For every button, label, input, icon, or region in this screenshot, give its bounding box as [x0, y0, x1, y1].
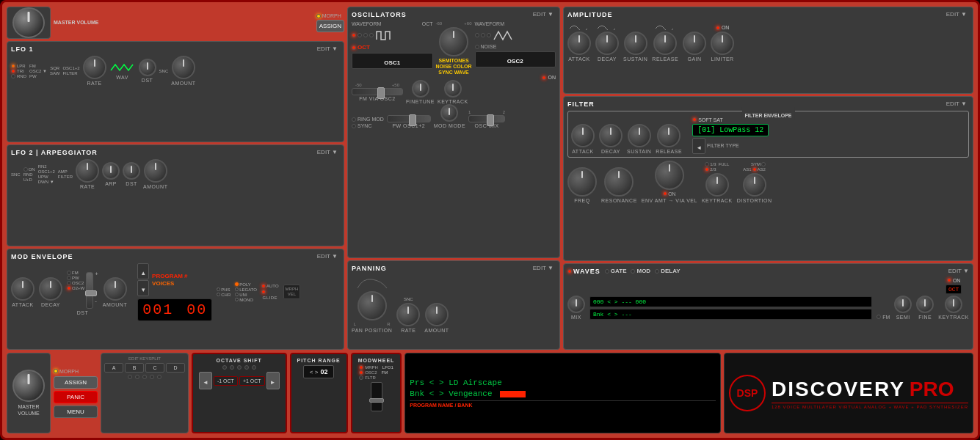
waves-semi-knob[interactable]: [894, 296, 912, 313]
lfo1-rnd-led: [11, 74, 15, 78]
lfo1-dst-knob[interactable]: [139, 59, 156, 76]
lfo1-rate-knob[interactable]: [83, 56, 106, 79]
lfo1-wav-label: WAV: [116, 75, 128, 80]
assign-button[interactable]: ASSIGN: [316, 20, 344, 32]
mod-env-amount-knob[interactable]: [104, 277, 127, 301]
filter-sustain-knob[interactable]: [628, 124, 651, 147]
morph-led: [316, 14, 321, 18]
filter-attack-knob[interactable]: [571, 124, 595, 147]
glide-led: [261, 290, 266, 294]
mw-osc2-led: [359, 370, 363, 375]
amp-edit[interactable]: EDIT ▼: [946, 11, 967, 18]
bank-bar: ██████: [500, 391, 526, 397]
filter-keytrack-knob[interactable]: [705, 173, 729, 197]
waves-fine-knob[interactable]: [916, 296, 934, 313]
pan-rate-label: RATE: [401, 328, 415, 333]
fm-osc2-fader[interactable]: [352, 88, 403, 95]
keysplit-d-btn[interactable]: D: [166, 363, 185, 373]
assign-bottom-btn[interactable]: ASSIGN: [54, 376, 98, 389]
osc1-wave-led4: [369, 33, 374, 37]
uni-radio[interactable]: [235, 293, 239, 296]
morph-bottom-led: [54, 369, 58, 373]
lfo2-dst-knob[interactable]: [123, 162, 140, 180]
keytrack-osc-knob[interactable]: [444, 80, 462, 98]
amp-gain-group: GAIN: [683, 32, 706, 62]
mod-env-decay-knob[interactable]: [39, 277, 62, 301]
waves-edit[interactable]: EDIT ▼: [948, 268, 969, 274]
waves-keytrack-knob[interactable]: [945, 296, 962, 313]
filter-resonance-knob[interactable]: [604, 167, 634, 197]
amp-gain-knob[interactable]: [683, 32, 706, 55]
lfo2-arp-knob[interactable]: [102, 162, 120, 180]
lfo2-amount-knob[interactable]: [144, 159, 167, 183]
filter-freq-label: FREQ: [574, 198, 589, 203]
pan-amount-knob[interactable]: [425, 303, 449, 326]
lfo1-edit[interactable]: EDIT ▼: [317, 45, 338, 52]
frac1-3: 1/3: [710, 162, 716, 166]
mw-osc2: OSC2: [365, 370, 377, 375]
phs-radio[interactable]: [217, 287, 220, 291]
amp-release-knob[interactable]: [653, 32, 677, 55]
legato-radio[interactable]: [235, 287, 239, 291]
lfo2-rate-knob[interactable]: [76, 159, 99, 183]
chr-radio[interactable]: [217, 293, 220, 296]
panic-btn[interactable]: PANIC: [54, 391, 98, 403]
amp-sustain-knob[interactable]: [624, 32, 647, 55]
lfo1-amount-knob[interactable]: [172, 56, 195, 79]
osc2-wave-led1: [475, 33, 479, 37]
semitones-knob[interactable]: [439, 27, 468, 56]
filter-freq-knob[interactable]: [567, 167, 597, 197]
minus1-oct-btn[interactable]: -1 OCT: [214, 376, 238, 386]
osc-edit[interactable]: EDIT ▼: [533, 11, 553, 18]
filter-type-left-btn[interactable]: ◄: [692, 138, 705, 154]
oct-left-btn[interactable]: ◄: [199, 372, 212, 389]
pan-rate-knob[interactable]: [396, 303, 420, 326]
amp-attack-knob[interactable]: [567, 32, 591, 55]
master-vol-bottom-knob[interactable]: [12, 370, 45, 402]
waves-mix-knob[interactable]: [567, 296, 585, 313]
filter-release-knob[interactable]: [657, 124, 680, 147]
finetune-knob[interactable]: [412, 80, 429, 98]
pitch-slider-display[interactable]: < > 02: [303, 365, 335, 378]
oct-led5: [252, 365, 256, 370]
menu-btn[interactable]: MENU: [54, 406, 98, 418]
amp-limiter-knob[interactable]: [711, 32, 734, 55]
filter-env-amt-knob[interactable]: [655, 161, 684, 190]
mod-env-slider[interactable]: [86, 272, 93, 309]
discovery-sub: 128 VOICE MULTILAYER VIRTUAL ANALOG + WA…: [772, 403, 968, 409]
mono-radio[interactable]: [235, 298, 239, 301]
filter-env-amt-label: ENV AMT → VIA VEL: [642, 198, 697, 203]
keysplit-b-btn[interactable]: B: [125, 363, 144, 373]
poly-radio[interactable]: [235, 282, 239, 286]
keysplit-c-btn[interactable]: C: [145, 363, 164, 373]
auto-mrph-section: AUTO GLIDE: [261, 284, 279, 300]
pan-position-knob[interactable]: [357, 291, 387, 320]
mod-env-edit[interactable]: EDIT ▼: [317, 253, 338, 260]
lfo2-edit[interactable]: EDIT ▼: [317, 149, 338, 155]
oct-right-btn[interactable]: ►: [266, 372, 280, 389]
amp-decay-knob[interactable]: [595, 32, 619, 55]
mod-env-attack-knob[interactable]: [11, 277, 35, 301]
filter-edit[interactable]: EDIT ▼: [946, 100, 967, 107]
lfo1-dst-label: DST: [142, 78, 153, 83]
osc-mix-fader[interactable]: [468, 115, 505, 122]
modwheel-slider[interactable]: [371, 382, 382, 411]
mod-osc2-led: [67, 281, 71, 285]
filter-release-label: RELEASE: [656, 149, 682, 154]
filter-type-display: [01] LowPass 12: [692, 124, 769, 136]
filter-distortion-knob[interactable]: [743, 173, 766, 197]
panning-section: PANNING EDIT ▼ L R: [347, 260, 560, 350]
filter-decay-knob[interactable]: [599, 124, 623, 147]
prog-down-btn[interactable]: ▼: [137, 280, 149, 296]
pw-osc-fader[interactable]: [387, 115, 431, 122]
plus1-oct-btn[interactable]: +1 OCT: [239, 376, 265, 386]
keysplit-a-btn[interactable]: A: [104, 363, 123, 373]
master-volume-knob[interactable]: [12, 7, 45, 38]
prog-up-btn[interactable]: ▲: [137, 263, 149, 279]
as1-label: AS1: [743, 167, 751, 172]
keytrack-osc-group: KEYTRACK: [438, 80, 468, 104]
panning-edit[interactable]: EDIT ▼: [533, 265, 553, 271]
lfo1-fm: FM: [29, 64, 47, 68]
morph-bottom-label: MORPH: [59, 369, 79, 374]
mod-mode-knob[interactable]: [440, 104, 458, 122]
